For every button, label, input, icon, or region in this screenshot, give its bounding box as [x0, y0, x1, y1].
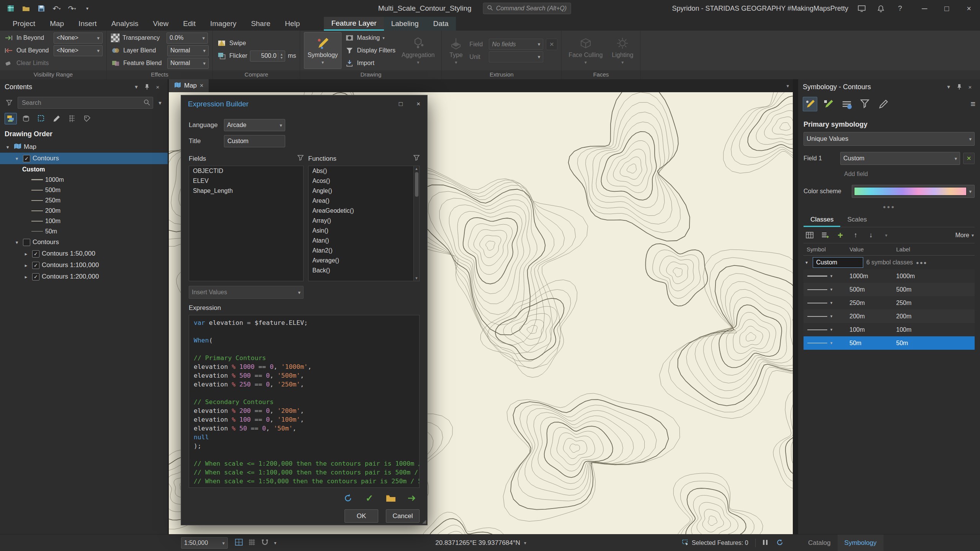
pane-splitter-handle[interactable]: ●●● — [804, 204, 975, 210]
class-value-cell[interactable]: 200m — [846, 313, 893, 320]
tab-classes[interactable]: Classes — [804, 213, 840, 227]
function-list-item[interactable]: Asin() — [309, 226, 413, 236]
field1-combo[interactable]: Custom▾ — [840, 152, 960, 165]
pin-icon[interactable] — [142, 82, 152, 92]
list-by-snapping-icon[interactable] — [66, 113, 78, 124]
export-expression-icon[interactable] — [407, 492, 418, 504]
symbol-dropdown-icon[interactable]: ▾ — [830, 287, 833, 292]
ribbon-tab-data[interactable]: Data — [426, 17, 456, 31]
search-options-icon[interactable]: ▾ — [156, 98, 164, 108]
column-value[interactable]: Value — [846, 246, 893, 253]
ribbon-tab-edit[interactable]: Edit — [176, 17, 203, 31]
tab-strip-menu-icon[interactable]: ▾ — [782, 79, 793, 92]
symbol-dropdown-icon[interactable]: ▾ — [830, 341, 833, 346]
expression-code-editor[interactable]: var elevation = $feature.ELEV; When( // … — [189, 315, 420, 488]
face-culling-button[interactable]: Face Culling ▾ — [565, 32, 606, 69]
expander-icon[interactable]: ▸ — [22, 251, 30, 257]
class-label-cell[interactable]: 200m — [893, 313, 975, 320]
help-icon[interactable]: ? — [894, 3, 906, 14]
legend-title-custom[interactable]: Custom — [0, 164, 168, 174]
tree-item-contours-group[interactable]: ▾✓Contours — [0, 236, 168, 248]
list-by-drawing-order-icon[interactable] — [5, 113, 17, 124]
extrusion-type-button[interactable]: Type ▾ — [446, 32, 466, 69]
symbol-dropdown-icon[interactable]: ▾ — [830, 274, 833, 279]
refresh-icon[interactable] — [776, 539, 783, 547]
primary-symbology-combo[interactable]: Unique Values▾ — [804, 132, 975, 146]
class-symbol-cell[interactable]: ▾ — [804, 300, 846, 305]
expander-icon[interactable]: ▾ — [13, 240, 21, 245]
function-list-item[interactable]: Angle() — [309, 186, 413, 196]
legend-class-100m[interactable]: 100m — [0, 216, 168, 226]
legend-class-250m[interactable]: 250m — [0, 195, 168, 205]
function-list-item[interactable]: AreaGeodetic() — [309, 206, 413, 216]
extrusion-clear-button[interactable]: ✕ — [546, 39, 557, 50]
maximize-button[interactable]: □ — [936, 0, 958, 17]
class-row-250m[interactable]: ▾250m250m — [804, 296, 975, 310]
primary-symbology-icon[interactable] — [803, 97, 817, 111]
dock-tab-catalog[interactable]: Catalog — [801, 535, 838, 551]
grid-icon[interactable] — [248, 539, 256, 548]
class-value-cell[interactable]: 50m — [846, 340, 893, 347]
ribbon-tab-labeling[interactable]: Labeling — [384, 17, 426, 31]
notifications-icon[interactable] — [875, 3, 887, 14]
expander-icon[interactable]: ▸ — [22, 262, 30, 268]
ok-button[interactable]: OK — [345, 509, 378, 523]
function-list-item[interactable]: Acos() — [309, 176, 413, 186]
layer-blend-combo[interactable]: Normal▾ — [167, 45, 209, 56]
legend-class-200m[interactable]: 200m — [0, 205, 168, 216]
minimize-button[interactable]: ─ — [913, 0, 936, 17]
ribbon-tab-view[interactable]: View — [145, 17, 176, 31]
in-beyond-combo[interactable]: <None>▾ — [54, 33, 103, 44]
field-list-item[interactable]: OBJECTID — [189, 166, 303, 176]
symbology-button[interactable]: Symbology ▾ — [304, 32, 341, 69]
class-label-cell[interactable]: 500m — [893, 286, 975, 293]
dialog-maximize-button[interactable]: □ — [392, 95, 410, 113]
list-by-source-icon[interactable] — [20, 113, 32, 124]
layer-visibility-checkbox[interactable]: ✓ — [23, 239, 30, 246]
ribbon-tab-share[interactable]: Share — [244, 17, 278, 31]
class-row-500m[interactable]: ▾500m500m — [804, 283, 975, 296]
column-symbol[interactable]: Symbol — [804, 246, 846, 253]
pin-icon[interactable] — [954, 82, 965, 92]
class-group-row[interactable]: ▾ Custom 6 symbol classes ●●● — [804, 256, 975, 269]
recalculate-icon[interactable] — [342, 492, 354, 504]
list-by-selection-icon[interactable] — [35, 113, 47, 124]
scale-based-symbology-icon[interactable] — [858, 97, 872, 111]
coordinates-dropdown-icon[interactable]: ▾ — [524, 540, 526, 546]
verify-icon[interactable]: ✓ — [364, 492, 375, 504]
class-symbol-cell[interactable]: ▾ — [804, 314, 846, 319]
insert-values-combo[interactable]: Insert Values▾ — [189, 286, 304, 299]
dialog-close-button[interactable]: × — [410, 95, 427, 113]
scrollbar-thumb[interactable] — [415, 172, 418, 197]
close-panel-icon[interactable]: × — [965, 82, 975, 92]
import-button[interactable]: Import — [345, 57, 395, 69]
layout-grid-icon[interactable] — [235, 539, 243, 548]
column-label[interactable]: Label — [893, 246, 975, 253]
class-label-cell[interactable]: 100m — [893, 326, 975, 333]
class-value-cell[interactable]: 250m — [846, 300, 893, 306]
group-name-edit[interactable]: Custom — [813, 257, 863, 268]
panel-menu-icon[interactable]: ▾ — [131, 82, 142, 92]
coordinates-display[interactable]: 20.8371265°E 39.9377684°N ▾ — [435, 535, 526, 551]
field-list-item[interactable]: Shape_Length — [189, 186, 303, 196]
class-value-cell[interactable]: 1000m — [846, 273, 893, 280]
filter-icon[interactable] — [4, 98, 15, 108]
set-expression-icon[interactable]: ✕ — [963, 153, 975, 164]
legend-class-50m[interactable]: 50m — [0, 226, 168, 236]
pause-drawing-icon[interactable] — [763, 540, 768, 547]
function-list-item[interactable]: Atan() — [309, 236, 413, 246]
move-up-button[interactable]: ↑ — [850, 230, 861, 240]
tree-item-map[interactable]: ▾Map — [0, 141, 168, 153]
transparency-combo[interactable]: 0.0%▾ — [167, 33, 208, 44]
display-settings-icon[interactable] — [856, 3, 867, 14]
function-list-item[interactable]: Array() — [309, 216, 413, 226]
close-map-tab-icon[interactable]: × — [200, 82, 203, 89]
layer-visibility-checkbox[interactable]: ✓ — [32, 250, 39, 258]
class-value-cell[interactable]: 500m — [846, 286, 893, 293]
color-scheme-combo[interactable]: ▾ — [852, 185, 975, 198]
symbol-layer-drawing-icon[interactable] — [840, 97, 854, 111]
symbol-dropdown-icon[interactable]: ▾ — [830, 314, 833, 319]
map-scale-combo[interactable]: 1:50,000▾ — [181, 537, 228, 549]
cancel-button[interactable]: Cancel — [386, 509, 420, 523]
class-symbol-cell[interactable]: ▾ — [804, 341, 846, 346]
